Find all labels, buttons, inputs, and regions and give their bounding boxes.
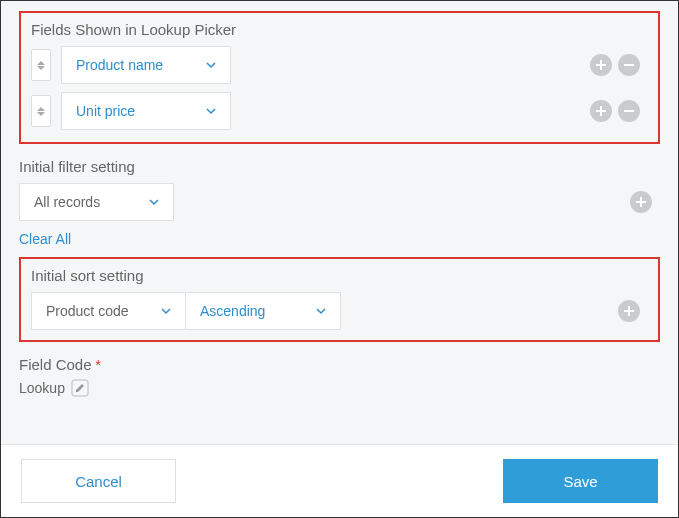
add-filter-button[interactable] bbox=[630, 191, 652, 213]
field-code-value-row: Lookup bbox=[19, 379, 660, 397]
sort-direction-label: Ascending bbox=[200, 303, 265, 319]
sort-title: Initial sort setting bbox=[31, 267, 648, 284]
drag-handle-icon[interactable] bbox=[31, 49, 51, 81]
lookup-row: Unit price bbox=[31, 92, 648, 130]
row-actions bbox=[590, 54, 640, 76]
drag-handle-icon[interactable] bbox=[31, 95, 51, 127]
chevron-down-icon bbox=[206, 106, 216, 116]
add-sort-button[interactable] bbox=[618, 300, 640, 322]
sort-direction-select[interactable]: Ascending bbox=[186, 292, 341, 330]
save-button-label: Save bbox=[563, 473, 597, 490]
filter-section: Initial filter setting All records Clear… bbox=[19, 158, 660, 247]
edit-icon[interactable] bbox=[71, 379, 89, 397]
lookup-field-select[interactable]: Unit price bbox=[61, 92, 231, 130]
clear-all-link[interactable]: Clear All bbox=[19, 231, 71, 247]
row-actions bbox=[618, 300, 640, 322]
add-row-button[interactable] bbox=[590, 54, 612, 76]
cancel-button[interactable]: Cancel bbox=[21, 459, 176, 503]
add-row-button[interactable] bbox=[590, 100, 612, 122]
field-code-label: Field Code bbox=[19, 356, 92, 373]
lookup-field-select[interactable]: Product name bbox=[61, 46, 231, 84]
sort-section: Initial sort setting Product code Ascend… bbox=[19, 257, 660, 342]
lookup-picker-section: Fields Shown in Lookup Picker Product na… bbox=[19, 11, 660, 144]
footer: Cancel Save bbox=[1, 444, 678, 517]
lookup-picker-title: Fields Shown in Lookup Picker bbox=[31, 21, 648, 38]
chevron-down-icon bbox=[206, 60, 216, 70]
field-code-section: Field Code * Lookup bbox=[19, 356, 660, 397]
lookup-field-label: Product name bbox=[76, 57, 163, 73]
sort-row: Product code Ascending bbox=[31, 292, 648, 330]
cancel-button-label: Cancel bbox=[75, 473, 122, 490]
sort-field-label: Product code bbox=[46, 303, 129, 319]
chevron-down-icon bbox=[149, 197, 159, 207]
lookup-row-left: Product name bbox=[31, 46, 231, 84]
row-actions bbox=[630, 191, 652, 213]
lookup-row: Product name bbox=[31, 46, 648, 84]
save-button[interactable]: Save bbox=[503, 459, 658, 503]
chevron-down-icon bbox=[161, 306, 171, 316]
remove-row-button[interactable] bbox=[618, 100, 640, 122]
chevron-down-icon bbox=[316, 306, 326, 316]
remove-row-button[interactable] bbox=[618, 54, 640, 76]
field-code-value: Lookup bbox=[19, 380, 65, 396]
sort-field-select[interactable]: Product code bbox=[31, 292, 186, 330]
filter-value: All records bbox=[34, 194, 100, 210]
lookup-row-left: Unit price bbox=[31, 92, 231, 130]
field-code-label-row: Field Code * bbox=[19, 356, 660, 373]
sort-left: Product code Ascending bbox=[31, 292, 341, 330]
required-mark: * bbox=[95, 357, 100, 373]
lookup-field-label: Unit price bbox=[76, 103, 135, 119]
filter-row: All records bbox=[19, 183, 660, 221]
filter-select[interactable]: All records bbox=[19, 183, 174, 221]
filter-title: Initial filter setting bbox=[19, 158, 660, 175]
settings-form: Fields Shown in Lookup Picker Product na… bbox=[1, 1, 678, 397]
row-actions bbox=[590, 100, 640, 122]
